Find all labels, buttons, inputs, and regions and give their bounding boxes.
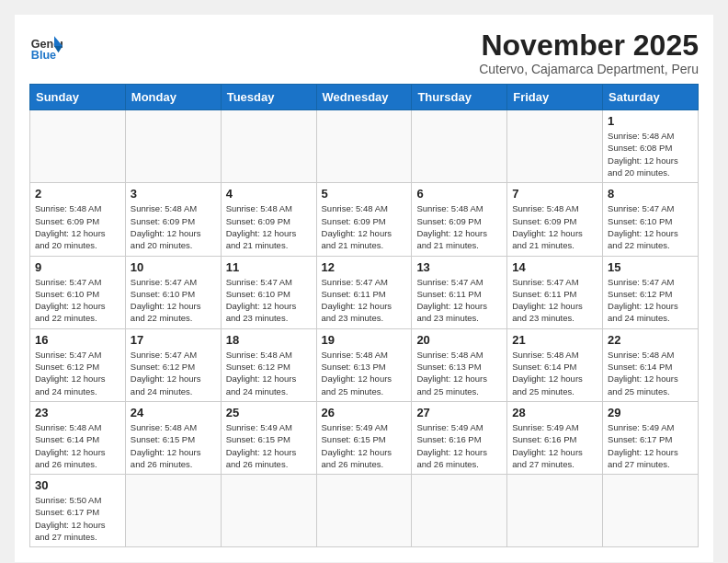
calendar-cell: 24Sunrise: 5:48 AM Sunset: 6:15 PM Dayli… bbox=[125, 401, 221, 474]
header-wednesday: Wednesday bbox=[316, 85, 412, 110]
day-number: 19 bbox=[322, 333, 407, 347]
day-info: Sunrise: 5:47 AM Sunset: 6:10 PM Dayligh… bbox=[226, 276, 312, 325]
header-sunday: Sunday bbox=[30, 85, 126, 110]
calendar-cell: 26Sunrise: 5:49 AM Sunset: 6:15 PM Dayli… bbox=[316, 401, 412, 474]
header-friday: Friday bbox=[507, 85, 603, 110]
calendar-cell: 2Sunrise: 5:48 AM Sunset: 6:09 PM Daylig… bbox=[30, 183, 126, 256]
header-tuesday: Tuesday bbox=[221, 85, 316, 110]
day-info: Sunrise: 5:48 AM Sunset: 6:13 PM Dayligh… bbox=[322, 349, 407, 397]
location-subtitle: Cutervo, Cajamarca Department, Peru bbox=[479, 62, 699, 76]
day-number: 23 bbox=[35, 406, 120, 419]
logo: General Blue bbox=[29, 29, 63, 63]
day-number: 13 bbox=[416, 260, 502, 274]
day-info: Sunrise: 5:49 AM Sunset: 6:15 PM Dayligh… bbox=[226, 421, 312, 470]
header-monday: Monday bbox=[125, 85, 221, 110]
calendar-table: Sunday Monday Tuesday Wednesday Thursday… bbox=[29, 84, 699, 547]
day-number: 21 bbox=[512, 333, 597, 347]
calendar-cell: 14Sunrise: 5:47 AM Sunset: 6:11 PM Dayli… bbox=[507, 256, 603, 328]
day-info: Sunrise: 5:48 AM Sunset: 6:08 PM Dayligh… bbox=[608, 130, 693, 178]
day-info: Sunrise: 5:47 AM Sunset: 6:12 PM Dayligh… bbox=[35, 349, 120, 397]
day-number: 11 bbox=[226, 260, 312, 274]
calendar-cell bbox=[507, 475, 603, 547]
day-number: 7 bbox=[512, 187, 597, 201]
calendar-cell: 9Sunrise: 5:47 AM Sunset: 6:10 PM Daylig… bbox=[30, 256, 126, 328]
day-info: Sunrise: 5:48 AM Sunset: 6:09 PM Dayligh… bbox=[322, 202, 407, 251]
header: General Blue November 2025 Cutervo, Caja… bbox=[29, 29, 699, 76]
header-saturday: Saturday bbox=[603, 85, 699, 110]
calendar-cell: 11Sunrise: 5:47 AM Sunset: 6:10 PM Dayli… bbox=[221, 256, 316, 328]
day-info: Sunrise: 5:47 AM Sunset: 6:12 PM Dayligh… bbox=[131, 349, 216, 397]
calendar-cell: 25Sunrise: 5:49 AM Sunset: 6:15 PM Dayli… bbox=[221, 401, 316, 474]
day-number: 24 bbox=[131, 406, 216, 419]
day-info: Sunrise: 5:47 AM Sunset: 6:11 PM Dayligh… bbox=[322, 276, 407, 325]
day-number: 30 bbox=[35, 478, 120, 492]
day-number: 5 bbox=[322, 187, 407, 201]
day-number: 29 bbox=[608, 406, 693, 419]
calendar-cell: 15Sunrise: 5:47 AM Sunset: 6:12 PM Dayli… bbox=[603, 256, 699, 328]
calendar-cell bbox=[221, 475, 316, 547]
day-number: 15 bbox=[608, 260, 693, 274]
calendar-cell: 3Sunrise: 5:48 AM Sunset: 6:09 PM Daylig… bbox=[125, 183, 221, 256]
day-info: Sunrise: 5:48 AM Sunset: 6:09 PM Dayligh… bbox=[226, 202, 312, 251]
day-number: 2 bbox=[35, 187, 120, 201]
day-number: 1 bbox=[608, 114, 693, 128]
day-number: 22 bbox=[608, 333, 693, 347]
calendar-cell: 10Sunrise: 5:47 AM Sunset: 6:10 PM Dayli… bbox=[125, 256, 221, 328]
calendar-cell bbox=[412, 475, 507, 547]
week-row-2: 9Sunrise: 5:47 AM Sunset: 6:10 PM Daylig… bbox=[30, 256, 699, 328]
calendar-cell: 29Sunrise: 5:49 AM Sunset: 6:17 PM Dayli… bbox=[603, 401, 699, 474]
day-info: Sunrise: 5:48 AM Sunset: 6:09 PM Dayligh… bbox=[416, 202, 502, 251]
month-title: November 2025 bbox=[479, 29, 699, 62]
day-info: Sunrise: 5:49 AM Sunset: 6:17 PM Dayligh… bbox=[608, 421, 693, 470]
calendar-cell bbox=[316, 110, 412, 183]
calendar-cell: 4Sunrise: 5:48 AM Sunset: 6:09 PM Daylig… bbox=[221, 183, 316, 256]
day-number: 26 bbox=[322, 406, 407, 419]
day-number: 25 bbox=[226, 406, 312, 419]
calendar-cell: 13Sunrise: 5:47 AM Sunset: 6:11 PM Dayli… bbox=[412, 256, 507, 328]
calendar-cell: 8Sunrise: 5:47 AM Sunset: 6:10 PM Daylig… bbox=[603, 183, 699, 256]
day-info: Sunrise: 5:48 AM Sunset: 6:13 PM Dayligh… bbox=[416, 349, 502, 397]
day-info: Sunrise: 5:48 AM Sunset: 6:09 PM Dayligh… bbox=[131, 202, 216, 251]
day-info: Sunrise: 5:47 AM Sunset: 6:10 PM Dayligh… bbox=[131, 276, 216, 325]
day-number: 17 bbox=[131, 333, 216, 347]
day-info: Sunrise: 5:49 AM Sunset: 6:15 PM Dayligh… bbox=[322, 421, 407, 470]
day-info: Sunrise: 5:47 AM Sunset: 6:10 PM Dayligh… bbox=[608, 202, 693, 251]
day-info: Sunrise: 5:48 AM Sunset: 6:09 PM Dayligh… bbox=[512, 202, 597, 251]
calendar-cell: 21Sunrise: 5:48 AM Sunset: 6:14 PM Dayli… bbox=[507, 328, 603, 401]
day-number: 9 bbox=[35, 260, 120, 274]
calendar-cell: 19Sunrise: 5:48 AM Sunset: 6:13 PM Dayli… bbox=[316, 328, 412, 401]
header-thursday: Thursday bbox=[412, 85, 507, 110]
day-number: 16 bbox=[35, 333, 120, 347]
day-info: Sunrise: 5:48 AM Sunset: 6:15 PM Dayligh… bbox=[131, 421, 216, 470]
calendar-cell: 5Sunrise: 5:48 AM Sunset: 6:09 PM Daylig… bbox=[316, 183, 412, 256]
day-number: 3 bbox=[131, 187, 216, 201]
day-info: Sunrise: 5:47 AM Sunset: 6:11 PM Dayligh… bbox=[416, 276, 502, 325]
calendar-cell bbox=[412, 110, 507, 183]
calendar-cell bbox=[125, 110, 221, 183]
day-info: Sunrise: 5:49 AM Sunset: 6:16 PM Dayligh… bbox=[416, 421, 502, 470]
title-block: November 2025 Cutervo, Cajamarca Departm… bbox=[479, 29, 699, 76]
day-info: Sunrise: 5:47 AM Sunset: 6:12 PM Dayligh… bbox=[608, 276, 693, 325]
calendar-cell bbox=[507, 110, 603, 183]
calendar-cell: 12Sunrise: 5:47 AM Sunset: 6:11 PM Dayli… bbox=[316, 256, 412, 328]
day-info: Sunrise: 5:47 AM Sunset: 6:10 PM Dayligh… bbox=[35, 276, 120, 325]
calendar-cell: 30Sunrise: 5:50 AM Sunset: 6:17 PM Dayli… bbox=[30, 475, 126, 547]
day-info: Sunrise: 5:48 AM Sunset: 6:12 PM Dayligh… bbox=[226, 349, 312, 397]
svg-text:Blue: Blue bbox=[31, 49, 56, 62]
calendar-cell: 17Sunrise: 5:47 AM Sunset: 6:12 PM Dayli… bbox=[125, 328, 221, 401]
day-info: Sunrise: 5:48 AM Sunset: 6:14 PM Dayligh… bbox=[35, 421, 120, 470]
day-number: 18 bbox=[226, 333, 312, 347]
day-number: 27 bbox=[416, 406, 502, 419]
day-number: 12 bbox=[322, 260, 407, 274]
calendar-cell bbox=[603, 475, 699, 547]
week-row-4: 23Sunrise: 5:48 AM Sunset: 6:14 PM Dayli… bbox=[30, 401, 699, 474]
day-number: 10 bbox=[131, 260, 216, 274]
day-info: Sunrise: 5:47 AM Sunset: 6:11 PM Dayligh… bbox=[512, 276, 597, 325]
day-info: Sunrise: 5:48 AM Sunset: 6:14 PM Dayligh… bbox=[608, 349, 693, 397]
calendar-cell bbox=[125, 475, 221, 547]
calendar-cell: 20Sunrise: 5:48 AM Sunset: 6:13 PM Dayli… bbox=[412, 328, 507, 401]
calendar-cell bbox=[316, 475, 412, 547]
week-row-0: 1Sunrise: 5:48 AM Sunset: 6:08 PM Daylig… bbox=[30, 110, 699, 183]
week-row-3: 16Sunrise: 5:47 AM Sunset: 6:12 PM Dayli… bbox=[30, 328, 699, 401]
week-row-1: 2Sunrise: 5:48 AM Sunset: 6:09 PM Daylig… bbox=[30, 183, 699, 256]
